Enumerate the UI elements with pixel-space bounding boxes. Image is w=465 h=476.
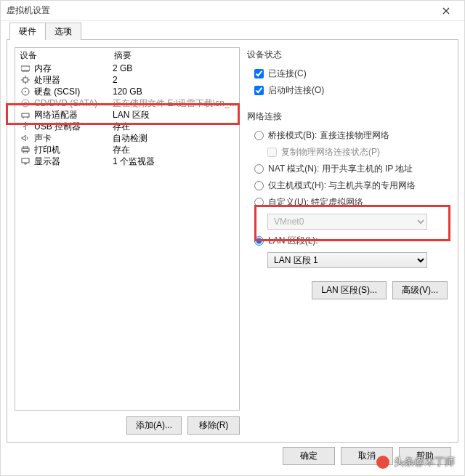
device-label: 声卡 <box>34 132 110 145</box>
right-pane: 设备状态 已连接(C) 启动时连接(O) 网络连接 桥接模式(B): 直接连接物… <box>247 47 450 442</box>
device-list-header: 设备 摘要 <box>15 48 239 62</box>
device-label: CD/DVD (SATA) <box>34 98 110 108</box>
titlebar: 虚拟机设置 <box>1 1 464 21</box>
device-row[interactable]: 内存2 GB <box>15 62 239 74</box>
chk-connect-poweron[interactable]: 启动时连接(O) <box>254 84 448 97</box>
network-connection-label: 网络连接 <box>247 110 448 123</box>
svg-point-3 <box>25 91 26 92</box>
device-summary: 1 个监视器 <box>110 156 239 168</box>
chk-replicate: 复制物理网络连接状态(P) <box>267 146 448 158</box>
chk-connect-poweron-input[interactable] <box>254 86 264 95</box>
radio-hostonly[interactable]: 仅主机模式(H): 与主机共享的专用网络 <box>254 179 448 192</box>
remove-button[interactable]: 移除(R) <box>187 416 240 435</box>
disk-icon <box>20 86 31 97</box>
custom-vmnet-select: VMnet0 <box>267 214 427 230</box>
device-summary: 存在 <box>110 144 239 156</box>
client-area: 硬件 选项 设备 摘要 内存2 GB处理器2硬盘 (SCSI)120 GBCD/… <box>1 21 464 475</box>
device-label: 显示器 <box>34 156 110 168</box>
device-row[interactable]: USB 控制器存在 <box>15 121 239 132</box>
radio-custom[interactable]: 自定义(U): 特定虚拟网络 <box>254 196 448 209</box>
device-summary: 正在使用文件 E:\迅雷下载\cn_... <box>110 97 239 110</box>
svg-rect-0 <box>21 66 30 70</box>
display-icon <box>20 156 31 166</box>
radio-custom-input[interactable] <box>254 198 264 207</box>
svg-rect-11 <box>22 158 29 163</box>
svg-rect-1 <box>23 78 28 82</box>
cpu-icon <box>20 75 31 85</box>
device-row[interactable]: 网络适配器LAN 区段 <box>15 109 239 121</box>
device-summary: 120 GB <box>110 86 239 97</box>
device-label: 处理器 <box>34 74 110 86</box>
radio-hostonly-input[interactable] <box>254 181 264 190</box>
tabstrip: 硬件 选项 <box>7 24 458 40</box>
device-summary: 2 <box>110 75 239 85</box>
svg-point-4 <box>22 100 29 107</box>
dialog-window: 虚拟机设置 硬件 选项 设备 摘要 内存2 GB处理器2硬盘 (SCSI)120… <box>0 0 465 476</box>
device-summary: 2 GB <box>110 63 239 73</box>
ok-button[interactable]: 确定 <box>283 447 335 465</box>
add-button[interactable]: 添加(A)... <box>126 416 182 435</box>
memory-icon <box>20 63 31 73</box>
network-icon <box>20 110 31 120</box>
chk-connected[interactable]: 已连接(C) <box>254 68 448 80</box>
left-pane: 设备 摘要 内存2 GB处理器2硬盘 (SCSI)120 GBCD/DVD (S… <box>15 47 240 442</box>
watermark-icon <box>376 456 389 469</box>
chk-connected-input[interactable] <box>254 69 264 78</box>
sound-icon <box>20 133 31 143</box>
device-list[interactable]: 设备 摘要 内存2 GB处理器2硬盘 (SCSI)120 GBCD/DVD (S… <box>15 47 240 411</box>
device-label: 打印机 <box>34 144 110 156</box>
cd-icon <box>20 98 31 108</box>
device-label: USB 控制器 <box>34 121 110 133</box>
device-label: 内存 <box>34 62 110 75</box>
radio-bridged-input[interactable] <box>254 131 264 140</box>
device-summary: 存在 <box>110 121 239 133</box>
radio-lanseg[interactable]: LAN 区段(L): <box>254 235 448 247</box>
svg-point-5 <box>25 102 27 105</box>
svg-point-7 <box>25 122 26 124</box>
radio-nat-input[interactable] <box>254 164 264 174</box>
svg-rect-9 <box>23 146 28 148</box>
printer-icon <box>20 145 31 155</box>
lan-segments-button[interactable]: LAN 区段(S)... <box>312 281 387 299</box>
device-row[interactable]: 声卡自动检测 <box>15 132 239 144</box>
usb-icon <box>20 121 31 132</box>
device-row[interactable]: 显示器1 个监视器 <box>15 156 239 167</box>
tab-hardware[interactable]: 硬件 <box>9 23 46 40</box>
radio-nat[interactable]: NAT 模式(N): 用于共享主机的 IP 地址 <box>254 163 448 175</box>
radio-bridged[interactable]: 桥接模式(B): 直接连接物理网络 <box>254 129 448 142</box>
chk-replicate-input <box>267 148 277 157</box>
device-row[interactable]: 处理器2 <box>15 74 239 86</box>
device-summary: 自动检测 <box>110 132 239 145</box>
advanced-button[interactable]: 高级(V)... <box>392 281 448 299</box>
close-icon[interactable] <box>434 3 458 19</box>
lanseg-select[interactable]: LAN 区段 1 <box>267 252 427 268</box>
col-device: 设备 <box>15 48 110 62</box>
tab-options[interactable]: 选项 <box>45 23 81 40</box>
right-buttons: LAN 区段(S)... 高级(V)... <box>247 281 448 299</box>
svg-rect-10 <box>23 151 28 153</box>
window-title: 虚拟机设置 <box>7 4 50 17</box>
device-status-label: 设备状态 <box>247 49 448 61</box>
device-row[interactable]: CD/DVD (SATA)正在使用文件 E:\迅雷下载\cn_... <box>15 97 239 109</box>
device-row[interactable]: 硬盘 (SCSI)120 GB <box>15 86 239 97</box>
col-summary: 摘要 <box>110 48 239 62</box>
device-summary: LAN 区段 <box>110 109 239 121</box>
svg-rect-6 <box>22 113 29 117</box>
device-label: 网络适配器 <box>34 109 110 121</box>
left-buttons: 添加(A)... 移除(R) <box>15 411 240 442</box>
radio-lanseg-input[interactable] <box>254 236 264 246</box>
device-row[interactable]: 打印机存在 <box>15 144 239 156</box>
svg-rect-8 <box>22 148 29 151</box>
device-label: 硬盘 (SCSI) <box>34 86 110 98</box>
watermark: 头条@木丁师 <box>376 456 455 469</box>
tab-hardware-page: 设备 摘要 内存2 GB处理器2硬盘 (SCSI)120 GBCD/DVD (S… <box>7 39 458 443</box>
